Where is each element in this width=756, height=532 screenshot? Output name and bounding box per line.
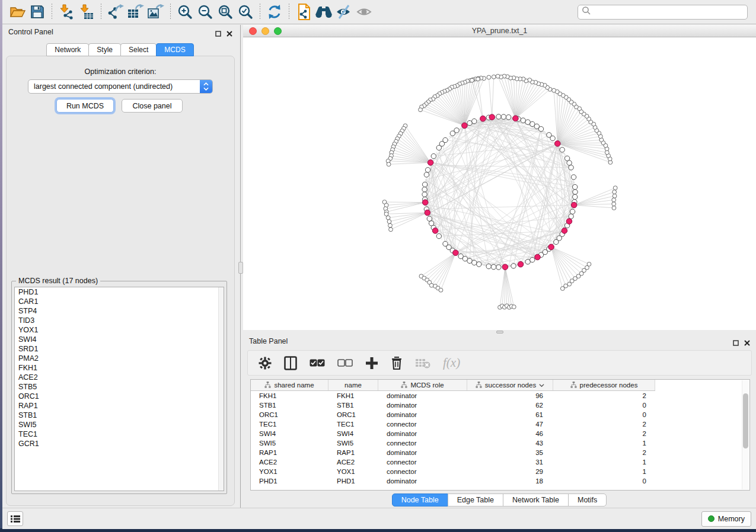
run-mcds-button[interactable]: Run MCDS xyxy=(56,99,114,113)
mcds-result-list[interactable]: PHD1CAR1STP4TID3YOX1SWI4SRD1PMA2FKH1ACE2… xyxy=(14,287,224,491)
cell-predecessor-nodes[interactable]: 2 xyxy=(553,430,655,437)
mcds-result-item[interactable]: CAR1 xyxy=(15,297,224,306)
cell-mcds-role[interactable]: connector xyxy=(378,421,467,428)
node-table[interactable]: shared namenameMCDS rolesuccessor nodesp… xyxy=(250,379,750,491)
horizontal-splitter[interactable] xyxy=(243,330,756,334)
cell-shared-name[interactable]: SWI4 xyxy=(251,430,328,437)
mcds-result-item[interactable]: STP4 xyxy=(15,306,224,316)
table-settings-icon[interactable] xyxy=(259,357,272,370)
table-row[interactable]: SWI4SWI4dominator462 xyxy=(251,429,749,438)
mcds-result-item[interactable]: PMA2 xyxy=(15,354,224,363)
panel-menu-button[interactable] xyxy=(7,511,23,526)
window-zoom-button[interactable] xyxy=(274,27,282,35)
zoom-fit-icon[interactable] xyxy=(215,2,235,22)
table-row[interactable]: ACE2ACE2connector311 xyxy=(251,457,749,467)
tab-select[interactable]: Select xyxy=(120,43,157,56)
cell-successor-nodes[interactable]: 29 xyxy=(467,468,553,475)
cell-mcds-role[interactable]: dominator xyxy=(378,402,467,409)
cell-shared-name[interactable]: RAP1 xyxy=(251,449,328,456)
delete-column-icon[interactable] xyxy=(391,356,403,370)
export-network-icon[interactable] xyxy=(106,2,126,22)
cell-name[interactable]: STB1 xyxy=(328,402,378,409)
cell-mcds-role[interactable]: connector xyxy=(378,459,467,466)
export-image-icon[interactable] xyxy=(146,2,166,22)
cell-successor-nodes[interactable]: 43 xyxy=(467,440,553,447)
table-row[interactable]: SWI5SWI5connector431 xyxy=(251,438,749,448)
deselect-all-icon[interactable] xyxy=(337,359,353,367)
table-row[interactable]: FKH1FKH1dominator962 xyxy=(251,391,749,400)
cell-shared-name[interactable]: YOX1 xyxy=(251,468,328,475)
splitter-grip[interactable] xyxy=(238,262,243,274)
cell-shared-name[interactable]: ACE2 xyxy=(251,459,328,466)
cell-name[interactable]: YOX1 xyxy=(328,468,378,475)
mcds-result-item[interactable]: RAP1 xyxy=(15,401,224,411)
cell-shared-name[interactable]: TEC1 xyxy=(251,421,328,428)
cell-mcds-role[interactable]: dominator xyxy=(378,392,467,399)
cell-predecessor-nodes[interactable]: 2 xyxy=(553,421,655,428)
column-header-name[interactable]: name xyxy=(328,380,378,390)
mcds-result-item[interactable]: ACE2 xyxy=(15,373,224,382)
table-scrollbar[interactable] xyxy=(742,380,749,489)
close-panel-icon[interactable] xyxy=(744,338,750,348)
search-field[interactable] xyxy=(578,5,748,20)
cell-predecessor-nodes[interactable]: 0 xyxy=(553,411,655,418)
table-row[interactable]: YOX1YOX1connector291 xyxy=(251,467,749,476)
mcds-result-item[interactable]: TID3 xyxy=(15,316,224,325)
save-session-icon[interactable] xyxy=(27,2,47,22)
export-table-icon[interactable] xyxy=(126,2,146,22)
zoom-out-icon[interactable] xyxy=(195,2,215,22)
vertical-splitter[interactable] xyxy=(238,25,243,508)
window-minimize-button[interactable] xyxy=(261,27,269,35)
memory-button[interactable]: Memory xyxy=(701,511,751,527)
mcds-result-item[interactable]: SWI5 xyxy=(15,420,224,430)
cell-successor-nodes[interactable]: 35 xyxy=(467,449,553,456)
cell-mcds-role[interactable]: dominator xyxy=(378,477,467,485)
cell-shared-name[interactable]: SWI5 xyxy=(251,440,328,447)
cell-successor-nodes[interactable]: 47 xyxy=(467,421,553,428)
cell-predecessor-nodes[interactable]: 2 xyxy=(553,449,655,456)
cell-predecessor-nodes[interactable]: 2 xyxy=(553,392,655,399)
cell-successor-nodes[interactable]: 96 xyxy=(467,392,553,399)
cell-successor-nodes[interactable]: 62 xyxy=(467,402,553,409)
add-column-icon[interactable] xyxy=(365,357,378,370)
search-input[interactable] xyxy=(591,8,744,16)
close-panel-button[interactable]: Close panel xyxy=(122,99,183,113)
cell-successor-nodes[interactable]: 61 xyxy=(467,411,553,418)
column-header-mcds-role[interactable]: MCDS role xyxy=(378,380,467,390)
mcds-list-scrollbar[interactable] xyxy=(218,287,224,491)
window-close-button[interactable] xyxy=(249,27,257,35)
column-header-successor-nodes[interactable]: successor nodes xyxy=(467,380,553,390)
cell-shared-name[interactable]: PHD1 xyxy=(251,477,328,485)
zoom-in-icon[interactable] xyxy=(175,2,195,22)
table-row[interactable]: RAP1RAP1dominator352 xyxy=(251,448,749,457)
show-columns-icon[interactable] xyxy=(284,356,297,370)
mcds-result-item[interactable]: TEC1 xyxy=(15,430,224,439)
splitter-grip[interactable] xyxy=(496,331,503,334)
import-table-icon[interactable] xyxy=(76,2,97,22)
cell-name[interactable]: ORC1 xyxy=(328,411,378,418)
cell-successor-nodes[interactable]: 46 xyxy=(467,430,553,437)
tab-style[interactable]: Style xyxy=(88,43,121,56)
table-row[interactable]: PHD1PHD1dominator180 xyxy=(251,476,749,486)
mcds-result-item[interactable]: FKH1 xyxy=(15,363,224,373)
tab-edge-table[interactable]: Edge Table xyxy=(448,493,503,507)
tab-mcds[interactable]: MCDS xyxy=(156,43,193,56)
table-row[interactable]: STB1STB1dominator620 xyxy=(251,400,749,410)
cell-name[interactable]: TEC1 xyxy=(328,421,378,428)
cell-predecessor-nodes[interactable]: 1 xyxy=(553,468,655,475)
tab-network[interactable]: Network xyxy=(46,43,89,56)
update-network-icon[interactable] xyxy=(264,2,285,22)
mcds-result-item[interactable]: YOX1 xyxy=(15,325,224,335)
cell-predecessor-nodes[interactable]: 0 xyxy=(553,477,655,485)
cell-name[interactable]: FKH1 xyxy=(328,392,378,399)
cell-mcds-role[interactable]: dominator xyxy=(378,411,467,418)
open-file-icon[interactable] xyxy=(7,2,27,22)
cell-name[interactable]: SWI4 xyxy=(328,430,378,437)
table-scrollbar-thumb[interactable] xyxy=(743,393,748,448)
mcds-result-item[interactable]: ORC1 xyxy=(15,392,224,401)
find-icon[interactable] xyxy=(314,2,334,22)
cell-successor-nodes[interactable]: 31 xyxy=(467,459,553,466)
table-row[interactable]: ORC1ORC1dominator610 xyxy=(251,410,749,419)
cell-name[interactable]: SWI5 xyxy=(328,440,378,447)
cell-name[interactable]: PHD1 xyxy=(328,477,378,485)
